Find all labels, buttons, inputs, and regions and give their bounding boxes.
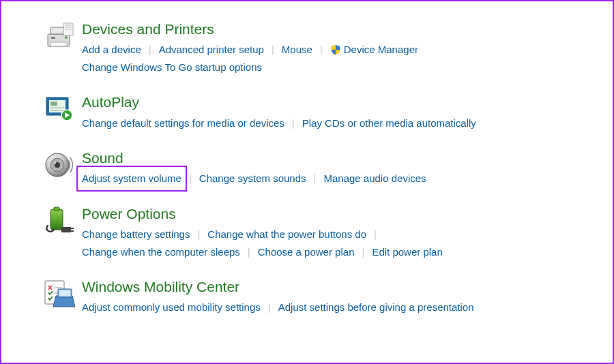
separator: | [181,170,199,187]
play-cds-link[interactable]: Play CDs or other media automatically [302,115,476,132]
adjust-system-volume-link[interactable]: Adjust system volume [79,168,184,189]
change-battery-settings-link[interactable]: Change battery settings [82,226,190,243]
sound-icon[interactable] [44,149,82,179]
mobility-center-heading[interactable]: Windows Mobility Center [82,278,592,296]
svg-rect-3 [51,37,55,39]
svg-rect-1 [50,27,64,34]
svg-rect-11 [50,102,57,106]
add-a-device-link[interactable]: Add a device [82,41,141,59]
advanced-printer-setup-link[interactable]: Advanced printer setup [159,41,264,59]
separator: | [306,170,324,187]
separator: | [366,226,384,243]
power-options-icon[interactable] [44,205,82,237]
svg-point-4 [65,36,68,39]
autoplay-icon[interactable] [44,93,82,123]
separator: | [141,41,159,59]
svg-rect-29 [59,290,70,296]
svg-rect-13 [50,110,64,111]
edit-power-plan-link[interactable]: Edit power plan [372,243,442,261]
separator: | [190,226,207,243]
change-windows-to-go-link[interactable]: Change Windows To Go startup options [82,59,262,76]
svg-rect-21 [61,227,71,232]
svg-rect-19 [50,209,63,230]
power-options-heading[interactable]: Power Options [82,205,592,223]
sound-heading[interactable]: Sound [82,149,592,167]
uac-shield-icon [330,44,341,55]
device-manager-link[interactable]: Device Manager [330,41,418,59]
adjust-mobility-settings-link[interactable]: Adjust commonly used mobility settings [82,299,261,316]
section-windows-mobility-center: Windows Mobility Center Adjust commonly … [44,278,592,316]
manage-audio-devices-link[interactable]: Manage audio devices [323,170,426,187]
separator: | [312,41,330,59]
section-sound: Sound Adjust system volume | Change syst… [44,149,592,187]
change-sleep-link[interactable]: Change when the computer sleeps [82,243,240,261]
svg-rect-2 [50,42,67,46]
separator: | [284,115,302,132]
separator: | [240,243,258,261]
devices-and-printers-icon[interactable] [44,20,82,50]
mobility-center-icon[interactable] [44,278,82,309]
devices-and-printers-heading[interactable]: Devices and Printers [82,20,592,38]
svg-point-18 [55,162,56,164]
svg-rect-20 [54,207,59,211]
change-default-settings-link[interactable]: Change default settings for media or dev… [82,115,284,132]
device-manager-label: Device Manager [344,44,418,55]
separator: | [261,299,278,316]
change-system-sounds-link[interactable]: Change system sounds [199,170,306,187]
choose-power-plan-link[interactable]: Choose a power plan [258,243,355,261]
separator: | [264,41,282,59]
separator: | [354,243,372,261]
section-power-options: Power Options Change battery settings | … [44,205,592,260]
presentation-settings-link[interactable]: Adjust settings before giving a presenta… [278,299,474,316]
mouse-link[interactable]: Mouse [282,41,312,59]
autoplay-heading[interactable]: AutoPlay [82,93,592,111]
change-power-buttons-link[interactable]: Change what the power buttons do [207,226,366,243]
section-autoplay: AutoPlay Change default settings for med… [44,93,592,132]
svg-rect-12 [50,107,64,108]
section-devices-and-printers: Devices and Printers Add a device | Adva… [44,20,592,76]
